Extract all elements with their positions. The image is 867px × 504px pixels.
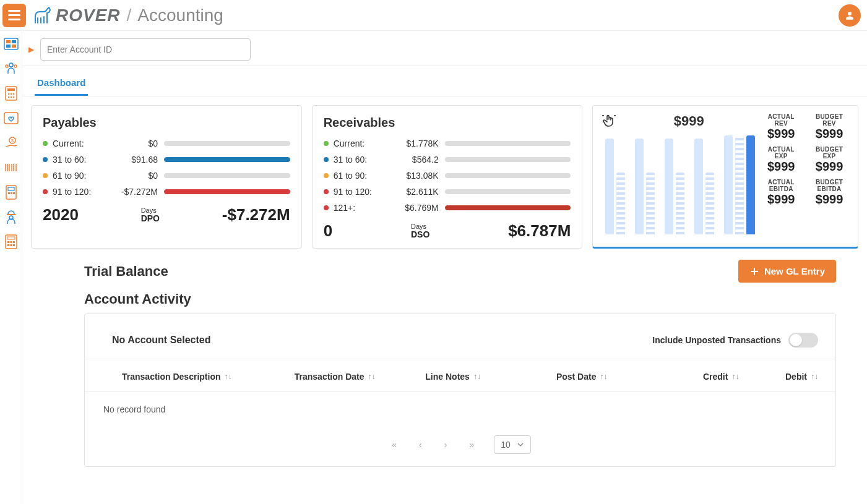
aging-bar [164, 173, 290, 178]
app-logo[interactable]: ROVER / Accounting [32, 6, 223, 25]
svg-rect-0 [4, 38, 18, 49]
sidebar-barcode-icon[interactable] [3, 160, 19, 176]
chart-bar [735, 135, 744, 234]
payables-card: Payables Current:$031 to 60:$91.6861 to … [31, 105, 302, 249]
svg-point-12 [12, 93, 14, 95]
aging-bar [445, 173, 571, 178]
page-prev-button[interactable]: ‹ [416, 437, 425, 452]
select-icon[interactable] [602, 113, 616, 128]
status-dot [43, 157, 48, 162]
tab-dashboard[interactable]: Dashboard [35, 72, 88, 96]
sidebar-dashboard-icon[interactable] [3, 36, 19, 52]
payables-title: Payables [43, 116, 290, 130]
metric-cell: ACTUAL EXP$999 [761, 146, 801, 174]
receivables-total: $6.787M [508, 221, 571, 241]
metric-cell: BUDGET EXP$999 [809, 146, 849, 174]
status-dot [324, 189, 329, 194]
chart-bar [646, 173, 655, 234]
sidebar-worker-icon[interactable] [3, 209, 19, 225]
metric-label: BUDGET EXP [809, 146, 849, 160]
column-header[interactable]: Line Notes↑↓ [425, 372, 550, 382]
status-dot [43, 141, 48, 146]
svg-point-10 [7, 93, 9, 95]
column-header[interactable]: Debit↑↓ [745, 372, 818, 382]
aging-value: $1.778K [389, 139, 439, 148]
new-gl-entry-button[interactable]: New GL Entry [738, 260, 836, 283]
empty-row: No record found [85, 392, 835, 427]
aging-value: $2.611K [389, 187, 439, 197]
svg-rect-33 [7, 237, 15, 239]
menu-button[interactable] [2, 4, 26, 27]
receivables-title: Receivables [324, 116, 571, 130]
svg-rect-30 [7, 214, 15, 215]
column-header[interactable]: Transaction Date↑↓ [295, 372, 420, 382]
aging-row: 31 to 60:$564.2 [324, 155, 571, 164]
activity-panel: No Account Selected Include Unposted Tra… [84, 314, 836, 467]
aging-value: $0 [108, 171, 158, 181]
aging-value: $6.769M [389, 203, 439, 213]
account-activity-title: Account Activity [22, 283, 867, 314]
aging-label: 91 to 120: [53, 187, 108, 197]
svg-point-6 [6, 65, 8, 67]
aging-value: $0 [108, 139, 158, 148]
svg-rect-2 [12, 40, 16, 43]
chart-bar [705, 173, 714, 234]
sort-icon: ↑↓ [600, 372, 607, 381]
sort-icon: ↑↓ [811, 372, 818, 381]
account-id-input[interactable] [40, 38, 251, 61]
payables-total: -$7.272M [222, 205, 290, 224]
metric-label: ACTUAL REV [761, 113, 801, 127]
dog-icon [32, 6, 52, 25]
aging-value: $91.68 [108, 155, 158, 164]
user-avatar[interactable] [839, 4, 861, 27]
sidebar-calculator2-icon[interactable] [3, 234, 19, 250]
chart-bar [665, 139, 673, 234]
chart-bar [616, 173, 625, 234]
aging-bar [445, 157, 571, 162]
svg-point-14 [10, 96, 11, 98]
metric-label: ACTUAL EBITDA [761, 179, 801, 192]
person-icon [844, 10, 855, 21]
column-header[interactable]: Post Date↑↓ [556, 372, 660, 382]
aging-label: Current: [334, 139, 389, 148]
aging-bar [164, 141, 290, 146]
aging-row: 121+:$6.769M [324, 203, 571, 213]
page-last-button[interactable]: » [467, 437, 477, 452]
metric-cell: BUDGET EBITDA$999 [809, 179, 849, 207]
metric-value: $999 [809, 160, 849, 174]
aging-label: Current: [53, 139, 108, 148]
page-size-select[interactable]: 10 [494, 435, 531, 454]
chart-bar [724, 135, 733, 234]
run-icon[interactable]: ▶ [28, 45, 34, 54]
svg-point-15 [12, 96, 14, 98]
status-dot [43, 189, 48, 194]
sidebar-people-icon[interactable] [3, 61, 19, 77]
page-next-button[interactable]: › [442, 437, 450, 452]
metric-value: $999 [809, 127, 849, 141]
status-dot [43, 173, 48, 178]
svg-rect-27 [8, 192, 10, 194]
status-dot [324, 141, 329, 146]
trial-balance-title: Trial Balance [84, 263, 168, 280]
chart-bar [694, 139, 703, 234]
aging-row: 91 to 120:-$7.272M [43, 187, 290, 197]
svg-rect-39 [13, 244, 15, 246]
metric-cell: ACTUAL REV$999 [761, 113, 801, 141]
sidebar-calculator-icon[interactable] [3, 85, 19, 101]
sidebar-heart-card-icon[interactable] [3, 110, 19, 126]
receivables-card: Receivables Current:$1.778K31 to 60:$564… [312, 105, 583, 249]
aging-bar [445, 189, 571, 194]
chart-bar [746, 135, 755, 234]
aging-bar [164, 189, 290, 194]
column-header[interactable]: Transaction Description↑↓ [122, 372, 288, 382]
svg-rect-28 [11, 192, 12, 194]
page-first-button[interactable]: « [389, 437, 399, 452]
column-header[interactable]: Credit↑↓ [666, 372, 740, 382]
aging-label: 91 to 120: [334, 187, 389, 197]
sidebar-money-hand-icon[interactable]: $ [3, 135, 19, 151]
metric-value: $999 [761, 160, 801, 174]
aging-row: 31 to 60:$91.68 [43, 155, 290, 164]
sidebar-pos-icon[interactable] [3, 184, 19, 200]
svg-text:$: $ [11, 139, 14, 143]
unposted-toggle[interactable] [788, 333, 818, 348]
